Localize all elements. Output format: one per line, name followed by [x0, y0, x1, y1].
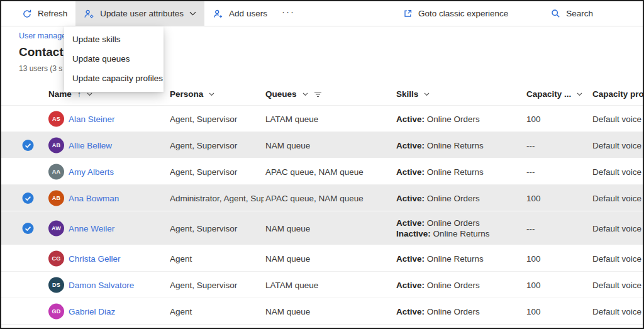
avatar: AB — [48, 190, 64, 206]
row-selected-check-icon[interactable] — [22, 222, 35, 234]
cell-queues: NAM queue — [265, 140, 391, 150]
cell-capacity-profile: Default voice i — [592, 280, 644, 289]
table-row[interactable]: AS Alan Steiner Agent, Supervisor LATAM … — [1, 106, 643, 132]
person-add-icon — [213, 9, 223, 19]
column-header-queues[interactable]: Queues — [265, 89, 322, 99]
filter-icon[interactable] — [314, 91, 322, 98]
user-name-link[interactable]: Damon Salvatore — [69, 280, 134, 289]
table-row[interactable]: AB Ana Bowman Administrator, Agent, Sup … — [1, 185, 643, 211]
table-row[interactable]: GD Gabriel Diaz Agent NAM queue Active: … — [1, 298, 643, 325]
avatar: DS — [48, 277, 64, 293]
column-label: Skills — [396, 89, 418, 99]
column-label: Capacity profi — [592, 89, 644, 99]
cell-skills: Active: Online OrdersInactive: Online Re… — [396, 218, 523, 239]
cell-capacity-profile: Default voice i — [592, 167, 644, 176]
cell-capacity-profile: Default voice c — [592, 223, 644, 233]
avatar: AW — [48, 220, 64, 236]
search-label: Search — [566, 9, 593, 18]
cell-capacity-profile: Default voice i — [592, 114, 644, 123]
cell-capacity-profile: Default voice i — [592, 140, 644, 150]
user-count-summary: 13 users (3 s — [19, 64, 66, 73]
table-body: AS Alan Steiner Agent, Supervisor LATAM … — [1, 106, 643, 325]
cell-queues: LATAM queue — [265, 280, 391, 289]
menu-item-update-skills[interactable]: Update skills — [64, 30, 164, 49]
update-user-attributes-label: Update user attributes — [100, 9, 184, 18]
update-user-attributes-button[interactable]: Update user attributes — [75, 1, 204, 26]
column-header-skills[interactable]: Skills — [396, 89, 430, 99]
avatar: AS — [48, 111, 64, 126]
cell-persona: Agent, Supervisor — [170, 167, 264, 176]
refresh-button[interactable]: Refresh — [14, 1, 75, 26]
cell-queues: NAM queue — [265, 254, 391, 263]
goto-classic-label: Goto classic experience — [418, 9, 508, 18]
add-users-button[interactable]: Add users — [204, 1, 275, 26]
user-name-link[interactable]: Amy Alberts — [69, 167, 114, 176]
chevron-down-icon — [424, 92, 430, 96]
app-window: Refresh Update user attributes Add users… — [0, 0, 644, 329]
search-icon — [551, 9, 560, 18]
cell-persona: Agent, Supervisor — [170, 114, 264, 123]
cell-capacity: 100 — [526, 306, 541, 316]
chevron-down-icon — [209, 92, 214, 96]
cell-persona: Agent — [170, 254, 264, 263]
user-name-link[interactable]: Alan Steiner — [69, 114, 115, 123]
user-name-link[interactable]: Allie Bellew — [69, 140, 112, 150]
menu-item-update-capacity-profiles[interactable]: Update capacity profiles — [64, 69, 164, 88]
ellipsis-icon: ··· — [282, 6, 295, 17]
column-label: Persona — [170, 89, 203, 99]
user-name-link[interactable]: Anne Weiler — [69, 223, 114, 233]
table-row[interactable]: AW Anne Weiler Agent, Supervisor NAM que… — [1, 211, 643, 245]
user-name-link[interactable]: Ana Bowman — [69, 193, 119, 203]
cell-skills: Active: Online Returns — [396, 253, 523, 264]
row-selected-check-icon[interactable] — [22, 139, 35, 151]
external-link-icon — [403, 9, 413, 18]
cell-skills: Active: Online Orders — [396, 113, 523, 124]
search-button[interactable]: Search — [543, 1, 601, 26]
chevron-down-icon — [87, 92, 92, 96]
cell-capacity: 100 — [526, 114, 541, 123]
more-commands-button[interactable]: ··· — [275, 1, 301, 26]
cell-queues: NAM queue — [265, 223, 391, 233]
chevron-down-icon — [303, 92, 308, 96]
avatar: CG — [48, 250, 64, 266]
table-row[interactable]: CG Christa Geller Agent NAM queue Active… — [1, 245, 643, 272]
cell-queues: APAC queue, NAM queue — [265, 193, 391, 203]
cell-persona: Agent — [170, 306, 264, 316]
breadcrumb-user-management-link[interactable]: User manage — [19, 31, 66, 40]
table-row[interactable]: DS Damon Salvatore Agent, Supervisor LAT… — [1, 272, 643, 298]
cell-persona: Agent, Supervisor — [170, 140, 264, 150]
row-selected-check-icon[interactable] — [22, 192, 35, 204]
chevron-down-icon — [577, 92, 582, 96]
page-head: User manage Contact 13 users (3 s — [19, 30, 66, 73]
menu-item-update-queues[interactable]: Update queues — [64, 49, 164, 69]
user-name-link[interactable]: Gabriel Diaz — [69, 306, 115, 316]
avatar: AB — [48, 137, 64, 153]
cell-capacity-profile: Default voice i — [592, 254, 644, 263]
cell-queues: LATAM queue — [265, 114, 391, 123]
cell-capacity: 100 — [526, 254, 541, 263]
column-header-capacity-profile[interactable]: Capacity profi — [592, 89, 644, 99]
column-header-capacity[interactable]: Capacity ... — [526, 89, 582, 99]
table-row[interactable]: AB Allie Bellew Agent, Supervisor NAM qu… — [1, 132, 643, 159]
user-name-link[interactable]: Christa Geller — [69, 254, 121, 263]
chevron-down-icon — [189, 11, 196, 16]
command-bar: Refresh Update user attributes Add users… — [1, 1, 643, 26]
cell-skills: Active: Online Orders — [396, 306, 523, 316]
cell-capacity: 100 — [526, 280, 541, 289]
add-users-label: Add users — [229, 9, 267, 18]
cell-skills: Active: Online Orders — [396, 279, 523, 290]
column-label: Capacity ... — [526, 89, 571, 99]
refresh-icon — [22, 9, 32, 19]
refresh-label: Refresh — [38, 9, 67, 18]
column-header-persona[interactable]: Persona — [170, 89, 214, 99]
cell-skills: Active: Online Returns — [396, 166, 523, 177]
cell-capacity: --- — [526, 140, 535, 150]
avatar: AA — [48, 164, 64, 179]
table-row[interactable]: AA Amy Alberts Agent, Supervisor APAC qu… — [1, 159, 643, 185]
cell-persona: Agent, Supervisor — [170, 280, 264, 289]
cell-queues: NAM queue — [265, 306, 391, 316]
goto-classic-button[interactable]: Goto classic experience — [395, 1, 516, 26]
page-title: Contact — [19, 45, 66, 59]
column-label: Queues — [265, 89, 297, 99]
cell-capacity-profile: Default voice c — [592, 193, 644, 203]
